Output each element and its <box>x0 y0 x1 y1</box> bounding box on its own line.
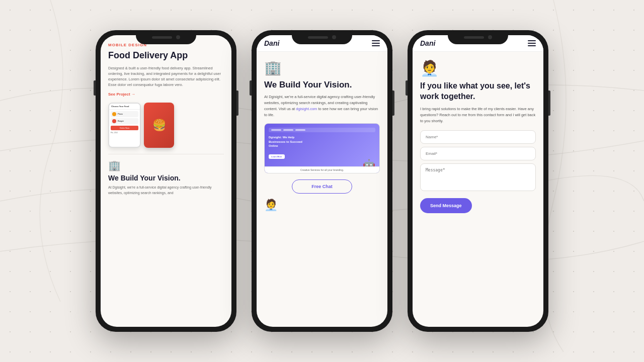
we-build-desc: At Dgisight, we're a full-service digita… <box>264 94 380 118</box>
see-project-link[interactable]: See Project → <box>108 92 224 97</box>
speaker-1 <box>152 36 172 39</box>
camera-2 <box>332 35 336 39</box>
notch-3 <box>448 30 508 44</box>
phone1-subdesc: At Dgisight, we're a full-service digita… <box>108 185 224 196</box>
food-app-mockup: Choose Your Food Pizza Burger Order Now … <box>108 103 224 148</box>
we-build-title: We Build Your Vision. <box>264 80 380 90</box>
screen-3: Dani 🧑‍💼 If you like what you see, let's… <box>413 35 543 327</box>
notch-1 <box>136 30 196 44</box>
send-message-button[interactable]: Send Message <box>420 198 472 213</box>
preview-nav <box>269 128 375 132</box>
food-dot-2 <box>112 119 116 123</box>
burger-image: 🍔 <box>144 103 174 148</box>
mini-phone-mockup: Choose Your Food Pizza Burger Order Now … <box>108 103 141 148</box>
phone-mockup-3: Dani 🧑‍💼 If you like what you see, let's… <box>408 30 548 332</box>
phone1-subtitle: We Build Your Vision. <box>108 174 224 183</box>
nav-logo-2: Dani <box>264 39 279 47</box>
mini-phone-body: Pizza Burger Order Now Rs. 250 <box>109 110 140 135</box>
support-icon-large: 🧑‍💼 <box>420 59 536 77</box>
message-input[interactable] <box>420 163 536 191</box>
preview-headline: Dgisight: We HelpBusinesses to SucceedOn… <box>269 135 375 148</box>
phone-mockup-1: MOBILE DESIGN Food Delivery App Designed… <box>96 30 236 332</box>
hamburger-line <box>372 43 380 44</box>
camera-1 <box>176 35 180 39</box>
burger-emoji: 🍔 <box>152 119 166 132</box>
hamburger-line <box>372 40 380 41</box>
hamburger-line <box>528 43 536 44</box>
divider <box>108 154 224 154</box>
price-label: Rs. 250 <box>111 131 138 134</box>
phone-mockup-2: Dani 🏢 We Build Your Vision. At Dgisight… <box>252 30 392 332</box>
phone1-content: MOBILE DESIGN Food Delivery App Designed… <box>101 35 231 203</box>
website-preview: Dgisight: We HelpBusinesses to SucceedOn… <box>264 123 380 173</box>
hamburger-line <box>372 45 380 46</box>
notch-2 <box>292 30 352 44</box>
food-name-2: Burger <box>118 120 124 122</box>
hamburger-menu-3[interactable] <box>528 40 536 46</box>
cta-title: If you like what you see, let's work tog… <box>420 81 536 102</box>
agency-icon: 🏢 <box>264 59 380 76</box>
preview-nav-item <box>283 129 293 131</box>
building-icon-1: 🏢 <box>108 159 224 171</box>
speaker-2 <box>308 36 328 39</box>
screen-2: Dani 🏢 We Build Your Vision. At Dgisight… <box>257 35 387 327</box>
phone1-title: Food Delivery App <box>108 50 224 61</box>
camera-3 <box>488 35 492 39</box>
email-input[interactable] <box>420 147 536 160</box>
speaker-3 <box>464 36 484 39</box>
preview-nav-item <box>271 129 281 131</box>
phone1-desc: Designed & built a user-friendly food de… <box>108 65 224 88</box>
food-item-2: Burger <box>111 118 138 124</box>
preview-cta-btn: Learn More <box>269 154 285 159</box>
screen-1: MOBILE DESIGN Food Delivery App Designed… <box>101 35 231 327</box>
hamburger-menu-2[interactable] <box>372 40 380 46</box>
phone2-body: 🏢 We Build Your Vision. At Dgisight, we'… <box>257 52 387 219</box>
phone3-body: 🧑‍💼 If you like what you see, let's work… <box>413 52 543 221</box>
support-emoji: 🧑‍💼 <box>264 199 380 212</box>
cta-desc: I bring rapid solutions to make the life… <box>420 106 536 124</box>
mini-phone-header: Choose Your Food <box>109 104 140 110</box>
food-item-1: Pizza <box>111 111 138 117</box>
preview-footer: Creative Services for all your branding. <box>265 166 379 173</box>
mini-app-title: Choose Your Food <box>111 105 129 108</box>
free-chat-button[interactable]: Free Chat <box>292 179 352 194</box>
food-name: Pizza <box>118 113 123 115</box>
name-input[interactable] <box>420 130 536 144</box>
hamburger-line <box>528 45 536 46</box>
preview-inner: Dgisight: We HelpBusinesses to SucceedOn… <box>265 124 379 163</box>
food-dot <box>112 112 116 116</box>
order-btn: Order Now <box>111 126 138 130</box>
nav-logo-3: Dani <box>420 39 435 47</box>
hamburger-line <box>528 40 536 41</box>
preview-nav-item <box>295 129 305 131</box>
dgisight-link[interactable]: dgisight.com <box>296 107 317 111</box>
